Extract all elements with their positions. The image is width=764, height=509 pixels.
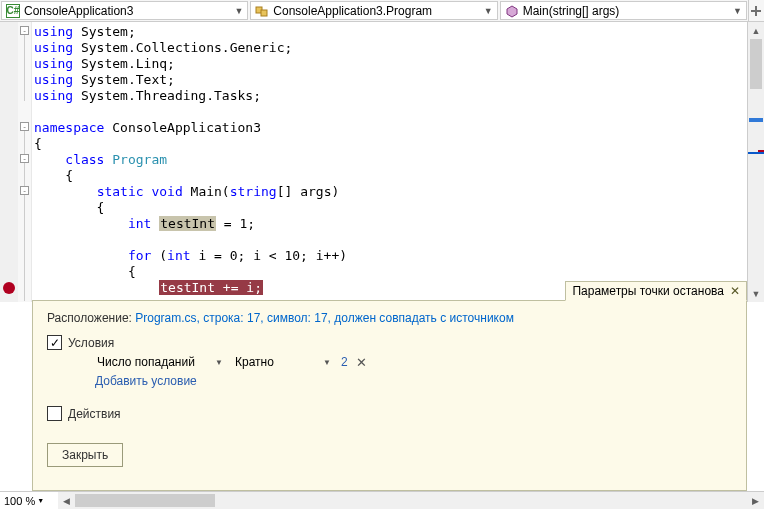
code-line: using System.Text; — [34, 72, 747, 88]
scrollbar-change-mark — [749, 118, 763, 122]
chevron-down-icon: ▼ — [323, 358, 331, 367]
chevron-down-icon: ▼ — [484, 6, 493, 16]
code-line: { — [34, 264, 747, 280]
code-text-area[interactable]: using System;using System.Collections.Ge… — [32, 22, 747, 302]
add-condition-link[interactable]: Добавить условие — [95, 374, 732, 388]
condition-mode-dropdown[interactable]: Кратно ▼ — [233, 354, 333, 370]
scope-project-label: ConsoleApplication3 — [24, 4, 133, 18]
scrollbar-caret-mark — [748, 152, 764, 154]
conditions-row: Условия — [47, 335, 732, 350]
hit-count-value[interactable]: 2 — [341, 355, 348, 369]
code-line: class Program — [34, 152, 747, 168]
actions-row: Действия — [47, 406, 732, 421]
chevron-down-icon: ▼ — [215, 358, 223, 367]
svg-rect-1 — [261, 10, 267, 16]
scope-method-dropdown[interactable]: Main(string[] args) ▼ — [500, 1, 747, 20]
scope-project-dropdown[interactable]: C# ConsoleApplication3 ▼ — [1, 1, 248, 20]
clear-condition-icon[interactable]: ✕ — [356, 355, 367, 370]
fold-toggle[interactable]: - — [20, 154, 29, 163]
outline-gutter[interactable]: - - - - — [18, 22, 32, 302]
location-link[interactable]: Program.cs, строка: 17, символ: 17, долж… — [135, 311, 514, 325]
code-line: { — [34, 200, 747, 216]
scroll-down-arrow[interactable]: ▼ — [748, 285, 764, 302]
condition-mode-label: Кратно — [235, 355, 274, 369]
condition-type-dropdown[interactable]: Число попаданий ▼ — [95, 354, 225, 370]
fold-toggle[interactable]: - — [20, 186, 29, 195]
code-line: for (int i = 0; i < 10; i++) — [34, 248, 747, 264]
split-window-button[interactable] — [748, 0, 764, 21]
scroll-left-arrow[interactable]: ◀ — [58, 492, 75, 509]
code-line: using System.Collections.Generic; — [34, 40, 747, 56]
location-row: Расположение: Program.cs, строка: 17, си… — [47, 311, 732, 325]
panel-title-tab: Параметры точки останова ✕ — [565, 281, 747, 301]
csharp-icon: C# — [6, 4, 20, 18]
conditions-checkbox[interactable] — [47, 335, 62, 350]
location-label: Расположение: — [47, 311, 135, 325]
horizontal-scrollbar[interactable]: ◀ ▶ — [58, 491, 764, 509]
zoom-dropdown[interactable]: 100 % ▼ — [0, 491, 58, 509]
code-line: namespace ConsoleApplication3 — [34, 120, 747, 136]
breakpoint-marker[interactable] — [3, 282, 15, 294]
code-editor: - - - - using System;using System.Collec… — [0, 22, 764, 302]
code-line: using System; — [34, 24, 747, 40]
code-line: using System.Linq; — [34, 56, 747, 72]
code-line — [34, 232, 747, 248]
close-button[interactable]: Закрыть — [47, 443, 123, 467]
vertical-scrollbar[interactable]: ▲ ▼ — [747, 22, 764, 302]
navigation-bar: C# ConsoleApplication3 ▼ ConsoleApplicat… — [0, 0, 764, 22]
actions-checkbox[interactable] — [47, 406, 62, 421]
scope-class-dropdown[interactable]: ConsoleApplication3.Program ▼ — [250, 1, 497, 20]
code-line — [34, 104, 747, 120]
scroll-thumb[interactable] — [750, 39, 762, 89]
method-icon — [505, 4, 519, 18]
close-icon[interactable]: ✕ — [730, 284, 740, 298]
svg-marker-2 — [507, 6, 517, 17]
code-line: { — [34, 136, 747, 152]
code-line: using System.Threading.Tasks; — [34, 88, 747, 104]
chevron-down-icon: ▼ — [733, 6, 742, 16]
actions-label: Действия — [68, 407, 121, 421]
code-line: { — [34, 168, 747, 184]
close-button-label: Закрыть — [62, 448, 108, 462]
fold-toggle[interactable]: - — [20, 26, 29, 35]
code-line: static void Main(string[] args) — [34, 184, 747, 200]
condition-type-label: Число попаданий — [97, 355, 195, 369]
code-line: int testInt = 1; — [34, 216, 747, 232]
class-icon — [255, 4, 269, 18]
scope-method-label: Main(string[] args) — [523, 4, 620, 18]
chevron-down-icon: ▼ — [234, 6, 243, 16]
breakpoint-settings-panel: Параметры точки останова ✕ Расположение:… — [32, 300, 747, 491]
scroll-thumb[interactable] — [75, 494, 215, 507]
scroll-right-arrow[interactable]: ▶ — [747, 492, 764, 509]
condition-entry-row: Число попаданий ▼ Кратно ▼ 2 ✕ — [95, 354, 732, 370]
svg-rect-4 — [751, 10, 761, 12]
fold-toggle[interactable]: - — [20, 122, 29, 131]
chevron-down-icon: ▼ — [37, 497, 44, 504]
scroll-up-arrow[interactable]: ▲ — [748, 22, 764, 39]
breakpoint-gutter[interactable] — [0, 22, 18, 302]
panel-title-text: Параметры точки останова — [572, 284, 724, 298]
conditions-label: Условия — [68, 336, 114, 350]
scope-class-label: ConsoleApplication3.Program — [273, 4, 432, 18]
zoom-value: 100 % — [4, 495, 35, 507]
